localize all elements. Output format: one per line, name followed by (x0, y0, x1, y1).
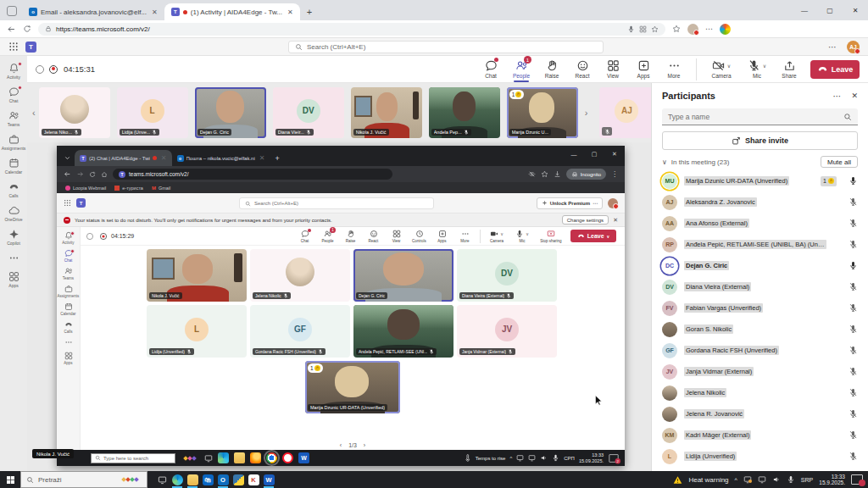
video-tile[interactable]: 1Marija Dzunic UR-DATA (Unverified) (305, 361, 400, 413)
sidebar-item-calendar[interactable]: Calendar (57, 300, 80, 318)
start-button[interactable] (0, 471, 20, 488)
back-icon[interactable] (7, 25, 16, 34)
mic-tray-icon[interactable] (787, 475, 795, 484)
outlook-icon[interactable]: O (215, 471, 231, 488)
camera-button[interactable]: ∨ Camera (704, 59, 739, 79)
mic-search-icon[interactable] (627, 25, 635, 33)
page-prev-icon[interactable]: ‹ (340, 442, 342, 448)
word-icon[interactable]: W (261, 471, 276, 488)
tab-search-icon[interactable] (7, 6, 17, 16)
sidebar-item-teams[interactable]: Teams (0, 107, 27, 130)
store-icon[interactable]: 🛍 (200, 471, 215, 488)
participant-row[interactable]: Goran S. Nikolic (652, 319, 868, 340)
bookmark-gmail[interactable]: MGmail (152, 186, 170, 191)
close-tab-icon[interactable]: ✕ (152, 8, 158, 16)
video-tile[interactable]: Dejan G. Ciric (195, 87, 266, 138)
chevron-down-icon[interactable]: ∨ (607, 234, 610, 239)
browser-tab-email[interactable]: o Email - aleksandra.jovanovic@elf... ✕ (22, 3, 164, 20)
filmstrip-prev-icon[interactable]: ‹ (32, 108, 36, 118)
teams-search-input[interactable]: Search (Ctrl+Alt+E) (288, 41, 604, 53)
sidebar-item-calls[interactable]: Calls (57, 318, 80, 336)
video-tile[interactable]: Dejan G. Ciric (353, 249, 453, 302)
participant-row[interactable]: KMKadri Mäger (External) (652, 424, 868, 446)
toolbar-button-more[interactable]: More (453, 229, 476, 244)
task-view-button[interactable] (154, 471, 170, 488)
toolbar-button-chat[interactable]: Chat (293, 229, 316, 244)
app-icon[interactable]: K (246, 471, 261, 488)
refresh-icon[interactable] (23, 25, 31, 33)
mic-button[interactable]: ∨ Mic (509, 230, 535, 243)
bookmark-loopia[interactable]: Loopia Webmail (65, 186, 106, 191)
chevron-down-icon[interactable]: ∨ (526, 231, 529, 236)
toolbar-button-view[interactable]: View (385, 229, 408, 244)
participant-row[interactable]: RPAnđela Pepić, RETLAMI-SEE (UNIBL, BA) … (652, 234, 868, 255)
extensions-icon[interactable] (672, 25, 681, 33)
stop-sharing-button[interactable]: Stop sharing (535, 230, 567, 243)
tab-search-icon[interactable] (64, 154, 71, 162)
mic-button[interactable]: ∨ Mic (739, 59, 775, 79)
video-tile[interactable]: LLidija (Unve... (117, 87, 188, 138)
video-tile[interactable]: DVDiana Vieira (External) (457, 249, 557, 302)
sidebar-item-assignments[interactable]: Assignments (57, 282, 80, 300)
python-icon[interactable] (231, 471, 246, 488)
change-settings-button[interactable]: Change settings (562, 215, 609, 225)
toolbar-button-apps[interactable]: Apps (431, 229, 453, 244)
sidebar-item-chat[interactable]: Chat (0, 83, 27, 107)
page-next-icon[interactable]: › (364, 442, 365, 448)
sidebar-item-more[interactable] (0, 249, 27, 268)
video-tile[interactable]: Nikola J. Vučić (351, 87, 422, 138)
video-tile[interactable]: DVDiana Vieir... (273, 87, 344, 138)
participant-search-input[interactable]: Type a name (662, 108, 858, 125)
cast-icon[interactable] (743, 475, 752, 484)
video-tile[interactable]: AJ (599, 87, 654, 138)
participant-row[interactable]: AJAleksandra Z. Jovanovic (652, 191, 868, 213)
copilot-icon[interactable] (720, 24, 731, 35)
more-icon[interactable]: ⋯ (593, 200, 598, 206)
share-invite-button[interactable]: Share invite (662, 131, 858, 150)
minimize-button[interactable]: — (792, 0, 817, 20)
new-tab-button[interactable]: + (307, 7, 312, 17)
weather-text[interactable]: Temps to rise (476, 456, 506, 461)
close-tab-icon[interactable]: ✕ (259, 154, 265, 162)
back-icon[interactable] (64, 170, 71, 178)
display-icon[interactable] (758, 475, 766, 484)
address-bar[interactable]: https://teams.microsoft.com/v2/ (38, 23, 665, 36)
unlock-premium-button[interactable]: Unlock Premium ⋯ (537, 197, 603, 209)
video-tile[interactable]: LLidija (Unverified) (147, 305, 247, 358)
sidebar-item-activity[interactable]: Activity (0, 59, 27, 83)
participant-row[interactable]: GFGordana Racic FSH (Unverified) (652, 340, 868, 361)
minimize-button[interactable]: — (564, 146, 584, 163)
waffle-icon[interactable] (64, 199, 71, 207)
warning-text[interactable]: Heat warning (688, 476, 728, 484)
video-tile[interactable]: Nikola J. Vučić (147, 249, 247, 302)
edge-icon[interactable] (218, 452, 229, 463)
cortana-sparkle-icon[interactable] (184, 457, 196, 460)
close-button[interactable]: ✕ (843, 0, 868, 20)
file-explorer-icon[interactable] (185, 471, 200, 488)
video-tile[interactable]: GFGordana Racic FSH (Unverified) (250, 305, 350, 358)
participant-row[interactable]: FVFabian Vargas (Unverified) (652, 297, 868, 319)
leave-button[interactable]: Leave ∨ (570, 230, 616, 242)
forward-icon[interactable] (76, 170, 84, 178)
close-banner-icon[interactable]: ✕ (613, 217, 618, 224)
teams-profile-avatar[interactable]: AJ (847, 41, 860, 53)
video-tile[interactable]: 1Marija Dzunic U... (507, 87, 578, 138)
close-tab-icon[interactable]: ✕ (161, 154, 167, 162)
word-icon[interactable]: W (298, 452, 309, 463)
toolbar-button-react[interactable]: React (362, 229, 385, 244)
sidebar-item-apps[interactable]: Apps (0, 268, 27, 291)
sidebar-item-chat[interactable]: Chat (57, 247, 80, 264)
cast-icon[interactable] (516, 454, 524, 462)
teams-profile-avatar[interactable] (608, 198, 618, 208)
chrome-icon[interactable] (266, 452, 277, 463)
sidebar-item-apps[interactable]: Apps (57, 349, 80, 367)
refresh-icon[interactable] (89, 171, 96, 178)
notification-center-icon[interactable] (851, 474, 863, 485)
toolbar-button-people[interactable]: 1People (316, 229, 339, 244)
toolbar-button-more[interactable]: More (659, 58, 689, 80)
share-button[interactable]: Share (775, 59, 804, 79)
chevron-down-icon[interactable]: ∨ (500, 231, 504, 236)
mic-tray-icon[interactable] (552, 454, 559, 462)
file-explorer-icon[interactable] (234, 452, 245, 463)
chevron-down-icon[interactable]: ∨ (727, 63, 731, 69)
